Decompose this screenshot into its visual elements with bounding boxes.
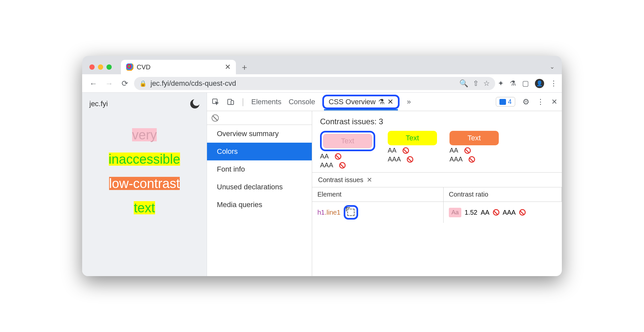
ratio-aaa-label: AAA: [503, 209, 516, 216]
fail-icon: [407, 156, 413, 163]
device-toolbar-icon[interactable]: [227, 98, 235, 106]
reload-button[interactable]: ⟳: [118, 77, 131, 90]
contrast-swatch[interactable]: Text: [323, 134, 372, 148]
contrast-count: 3: [379, 117, 383, 126]
sidebar-item-media[interactable]: Media queries: [207, 196, 312, 214]
share-icon[interactable]: ⇧: [473, 79, 479, 88]
ratio-badge: Aa: [449, 208, 461, 217]
site-label: jec.fyi: [89, 100, 108, 108]
ratio-value: 1.52: [465, 209, 477, 216]
table-row-element[interactable]: h1.line1: [312, 202, 444, 223]
contrast-swatch[interactable]: Text: [388, 131, 437, 145]
tab-console[interactable]: Console: [288, 98, 315, 106]
level-aaa: AAA: [449, 155, 499, 163]
devtools-body: Overview summary Colors Font info Unused…: [207, 111, 562, 276]
back-button[interactable]: ←: [87, 77, 100, 90]
sidebar-item-font[interactable]: Font info: [207, 160, 312, 178]
favicon-icon: [126, 63, 133, 71]
dark-mode-icon[interactable]: [190, 99, 199, 108]
minimize-window-icon[interactable]: [98, 64, 103, 70]
experiment-icon: ⚗: [378, 98, 385, 106]
fail-icon: [493, 209, 499, 216]
sidebar-item-unused[interactable]: Unused declarations: [207, 178, 312, 196]
window-controls: [89, 64, 112, 70]
tab-elements[interactable]: Elements: [251, 98, 282, 106]
close-devtools-icon[interactable]: ✕: [551, 98, 557, 106]
bookmark-icon[interactable]: ☆: [483, 79, 490, 88]
level-aa: AA: [320, 153, 375, 160]
omnibox-actions: 🔍 ⇧ ☆: [459, 79, 490, 88]
devtools-panel: | Elements Console CSS Overview ⚗ ✕ » 4 …: [207, 93, 562, 276]
aa-label: AA: [320, 153, 329, 160]
new-tab-button[interactable]: ＋: [239, 61, 250, 73]
separator: |: [242, 97, 244, 107]
message-icon: [499, 99, 506, 105]
labs-icon[interactable]: ⚗: [510, 79, 516, 88]
inspect-element-icon[interactable]: [212, 98, 219, 106]
demo-word: very: [132, 128, 157, 141]
sidebar-header: [207, 111, 312, 125]
contrast-swatch-col: Text AA AAA: [449, 131, 499, 169]
tab-css-overview[interactable]: CSS Overview ⚗ ✕: [322, 95, 400, 109]
sidepanel-icon[interactable]: ▢: [522, 79, 529, 88]
sidebar-item-colors[interactable]: Colors: [207, 143, 312, 160]
demo-word: text: [134, 201, 155, 214]
css-overview-main: Contrast issues: 3 Text AA AAA: [312, 111, 562, 276]
hover-highlight-ring: [344, 205, 358, 220]
aaa-label: AAA: [320, 161, 333, 169]
aa-label: AA: [449, 147, 458, 154]
aaa-label: AAA: [388, 155, 401, 163]
content-area: jec.fyi very inaccessible low-contrast t…: [82, 93, 562, 276]
page-header: jec.fyi: [89, 99, 199, 108]
sidebar-nav: Overview summary Colors Font info Unused…: [207, 125, 312, 214]
maximize-window-icon[interactable]: [106, 64, 112, 70]
tab-title: CVD: [137, 63, 150, 71]
close-window-icon[interactable]: [89, 64, 95, 70]
lock-icon: 🔒: [139, 80, 147, 87]
fail-icon: [469, 156, 475, 163]
contrast-title-prefix: Contrast issues:: [320, 117, 379, 126]
demo-word: inaccessible: [109, 153, 180, 166]
more-tabs-icon[interactable]: »: [407, 98, 411, 106]
contrast-issues-title: Contrast issues: 3: [320, 117, 554, 126]
sidebar-item-summary[interactable]: Overview summary: [207, 125, 312, 143]
menu-icon[interactable]: ⋮: [550, 79, 557, 88]
settings-icon[interactable]: ⚙: [522, 97, 530, 107]
subpanel-tabs: Contrast issues ✕: [312, 172, 562, 187]
subtab-contrast-issues[interactable]: Contrast issues: [318, 176, 363, 184]
kebab-menu-icon[interactable]: ⋮: [537, 98, 544, 106]
element-class: .line1: [325, 209, 340, 216]
demo-word: low-contrast: [109, 177, 180, 190]
element-selector: h1.line1: [317, 208, 340, 216]
level-aaa: AAA: [388, 155, 437, 163]
col-element[interactable]: Element: [312, 187, 444, 202]
fail-icon: [464, 147, 471, 154]
col-ratio[interactable]: Contrast ratio: [444, 187, 562, 202]
forward-button[interactable]: →: [103, 77, 116, 90]
contrast-swatch-col: Text AA AAA: [320, 131, 375, 169]
table-row-ratio: Aa 1.52 AA AAA: [444, 202, 562, 223]
fail-icon: [402, 147, 409, 154]
page-body: very inaccessible low-contrast text: [89, 118, 199, 270]
close-subtab-icon[interactable]: ✕: [367, 176, 372, 184]
extensions-icon[interactable]: ✦: [498, 79, 504, 88]
messages-button[interactable]: 4: [496, 97, 515, 107]
rendered-page: jec.fyi very inaccessible low-contrast t…: [82, 93, 207, 276]
browser-tab[interactable]: CVD ✕: [121, 60, 236, 74]
profile-avatar[interactable]: 👤: [535, 79, 544, 88]
hover-element-icon[interactable]: [347, 209, 355, 216]
address-bar[interactable]: 🔒 jec.fyi/demo/cds-quest-cvd 🔍 ⇧ ☆: [134, 77, 495, 90]
contrast-swatch[interactable]: Text: [449, 131, 499, 145]
clear-icon[interactable]: [212, 114, 219, 122]
messages-count: 4: [508, 98, 512, 106]
close-panel-icon[interactable]: ✕: [387, 98, 393, 106]
ratio-aa-label: AA: [481, 209, 490, 216]
zoom-icon[interactable]: 🔍: [459, 79, 468, 88]
url-text: jec.fyi/demo/cds-quest-cvd: [150, 79, 236, 88]
toolbar-icons: ✦ ⚗ ▢ 👤 ⋮: [498, 79, 557, 88]
fail-icon: [339, 162, 346, 169]
aa-label: AA: [388, 147, 397, 154]
contrast-table: Element Contrast ratio h1.line1 Aa: [312, 187, 562, 223]
tabs-dropdown-icon[interactable]: ⌄: [547, 63, 557, 70]
close-tab-icon[interactable]: ✕: [225, 63, 231, 71]
